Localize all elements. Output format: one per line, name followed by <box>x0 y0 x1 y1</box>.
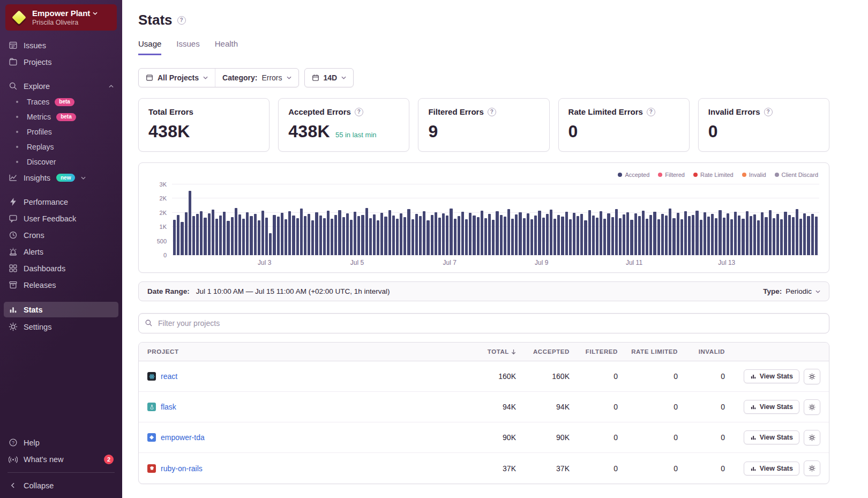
view-stats-button[interactable]: View Stats <box>744 462 799 475</box>
chevron-down-icon <box>341 76 346 79</box>
svg-text:?: ? <box>12 440 14 445</box>
cell-filtered: 0 <box>570 433 618 442</box>
project-settings-button[interactable] <box>804 460 820 476</box>
col-header-total[interactable]: Total <box>462 348 516 355</box>
cell-accepted: 94K <box>516 403 570 411</box>
beta-badge: beta <box>56 113 76 121</box>
chevron-down-icon <box>81 176 86 180</box>
sidebar-item-issues[interactable]: Issues <box>0 37 122 54</box>
chart-legend: AcceptedFilteredRate LimitedInvalidClien… <box>148 169 819 184</box>
project-settings-button[interactable] <box>804 399 820 415</box>
cell-invalid: 0 <box>678 464 725 473</box>
card-help-icon[interactable] <box>488 108 496 116</box>
sidebar-item-performance[interactable]: Performance <box>0 194 122 210</box>
sidebar-item-dashboards[interactable]: Dashboards <box>0 260 122 277</box>
cell-accepted: 90K <box>516 433 570 442</box>
tab-health[interactable]: Health <box>215 39 238 55</box>
sidebar-item-profiles[interactable]: Profiles <box>0 124 122 139</box>
sidebar-item-projects[interactable]: Projects <box>0 54 122 70</box>
window-icon <box>146 74 153 81</box>
sidebar-collapse-button[interactable]: Collapse <box>0 477 122 494</box>
legend-item[interactable]: Filtered <box>658 172 685 178</box>
col-header-accepted[interactable]: Accepted <box>516 348 570 355</box>
col-header-invalid[interactable]: Invalid <box>678 348 725 355</box>
project-settings-button[interactable] <box>804 369 820 384</box>
org-name: Empower Plant <box>32 9 90 18</box>
legend-item[interactable]: Client Discard <box>775 172 818 178</box>
sidebar-item-label: Explore <box>24 82 50 91</box>
sidebar: Empower Plant Priscila Oliveira Issues P… <box>0 0 122 498</box>
bar-chart-icon <box>750 434 757 441</box>
project-filter-input[interactable] <box>138 313 829 333</box>
legend-dot-icon <box>658 173 662 177</box>
cell-filtered: 0 <box>570 464 618 473</box>
sidebar-item-metrics[interactable]: Metrics beta <box>0 109 122 124</box>
legend-dot-icon <box>618 173 622 177</box>
col-header-filtered[interactable]: Filtered <box>570 348 618 355</box>
project-selector[interactable]: All Projects <box>139 69 215 87</box>
tab-issues[interactable]: Issues <box>176 39 199 55</box>
date-range-selector[interactable]: 14D <box>305 69 354 87</box>
card-label: Invalid Errors <box>708 107 760 116</box>
card-subtext: 55 in last min <box>335 131 377 139</box>
sidebar-item-releases[interactable]: Releases <box>0 277 122 293</box>
sidebar-item-help[interactable]: ? Help <box>0 434 122 451</box>
sidebar-item-user-feedback[interactable]: User Feedback <box>0 210 122 227</box>
project-link[interactable]: flask <box>161 403 176 411</box>
sidebar-item-replays[interactable]: Replays <box>0 139 122 154</box>
legend-item[interactable]: Rate Limited <box>693 172 734 178</box>
view-stats-button[interactable]: View Stats <box>744 369 799 383</box>
col-header-project[interactable]: Project <box>147 348 462 355</box>
view-stats-button[interactable]: View Stats <box>744 400 799 414</box>
view-stats-button[interactable]: View Stats <box>744 430 799 444</box>
sidebar-item-discover[interactable]: Discover <box>0 154 122 169</box>
project-link[interactable]: ruby-on-rails <box>161 464 203 473</box>
project-link[interactable]: empower-tda <box>161 433 205 442</box>
clock-icon <box>9 231 18 240</box>
org-user: Priscila Oliveira <box>32 19 98 26</box>
grid-icon <box>9 264 18 273</box>
gear-icon <box>9 322 18 331</box>
category-value: Errors <box>261 73 282 82</box>
date-range-bar: Date Range: Jul 1 10:00 AM — Jul 15 11:0… <box>138 281 829 301</box>
col-header-rate-limited[interactable]: Rate Limited <box>618 348 678 355</box>
siren-icon <box>9 247 18 256</box>
search-icon <box>9 81 18 91</box>
date-range-label: Date Range: <box>147 287 190 295</box>
sidebar-item-label: Dashboards <box>24 264 65 273</box>
card-rate-limited-errors: Rate Limited Errors 0 <box>558 98 690 152</box>
card-help-icon[interactable] <box>647 108 655 116</box>
sidebar-item-explore[interactable]: Explore <box>0 78 122 94</box>
category-selector[interactable]: Category: Errors <box>215 69 298 87</box>
cell-rate-limited: 0 <box>618 372 678 381</box>
bullet-dot-icon <box>16 161 18 163</box>
sidebar-item-traces[interactable]: Traces beta <box>0 94 122 109</box>
tab-usage[interactable]: Usage <box>138 39 161 55</box>
sidebar-item-whats-new[interactable]: What's new 2 <box>0 451 122 468</box>
sidebar-item-label: Performance <box>24 198 68 206</box>
project-link[interactable]: react <box>161 372 177 381</box>
sidebar-item-alerts[interactable]: Alerts <box>0 243 122 260</box>
org-switcher[interactable]: Empower Plant Priscila Oliveira <box>5 4 117 31</box>
sidebar-item-stats[interactable]: Stats <box>4 302 118 317</box>
card-help-icon[interactable] <box>355 108 363 116</box>
bullet-dot-icon <box>16 101 18 103</box>
cell-invalid: 0 <box>678 433 725 442</box>
type-selector[interactable]: Type: Periodic <box>763 287 820 295</box>
cell-filtered: 0 <box>570 403 618 411</box>
type-value: Periodic <box>785 287 812 295</box>
card-help-icon[interactable] <box>764 108 773 116</box>
project-settings-button[interactable] <box>804 430 820 445</box>
sidebar-item-insights[interactable]: Insights new <box>0 169 122 186</box>
page-help-icon[interactable] <box>177 16 186 25</box>
legend-item[interactable]: Invalid <box>742 172 766 178</box>
cell-rate-limited: 0 <box>618 433 678 442</box>
legend-item[interactable]: Accepted <box>618 172 649 178</box>
broadcast-icon <box>9 455 18 464</box>
speech-bubble-icon <box>9 214 18 223</box>
sidebar-item-settings[interactable]: Settings <box>0 318 122 335</box>
table-row: ruby-on-rails 37K 37K 0 0 0 View Stats <box>139 453 829 484</box>
sidebar-item-label: Stats <box>24 306 42 314</box>
sidebar-item-crons[interactable]: Crons <box>0 227 122 243</box>
chart-plot <box>172 184 819 255</box>
